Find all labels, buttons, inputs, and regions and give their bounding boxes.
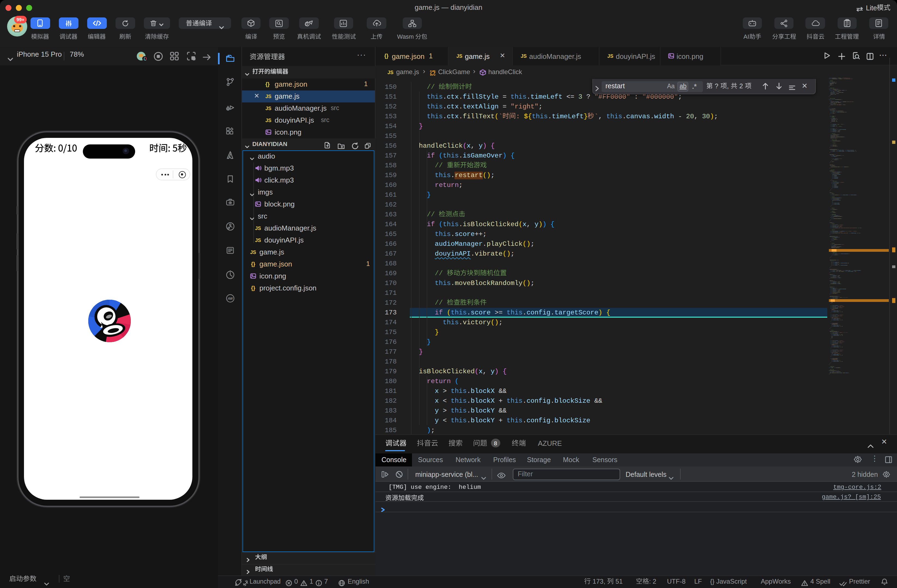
svg-text:AW: AW — [227, 297, 233, 300]
